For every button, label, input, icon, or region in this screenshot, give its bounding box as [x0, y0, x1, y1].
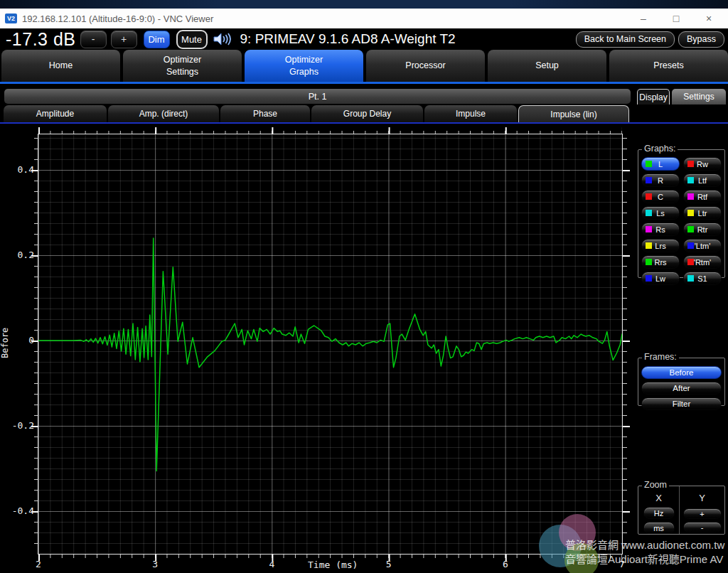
graph-tab-impulse[interactable]: Impulse	[424, 105, 517, 122]
channel-button-rw[interactable]: Rw	[683, 157, 722, 171]
channel-label: C	[658, 193, 663, 201]
channel-button-l[interactable]: L	[641, 157, 680, 171]
tab-label: Setup	[535, 60, 559, 71]
channel-button-rtr[interactable]: Rtr	[683, 223, 722, 236]
zoom-y-plus-button[interactable]: +	[683, 508, 722, 519]
tab-home[interactable]: Home	[1, 50, 120, 82]
graph-tab-amp-direct[interactable]: Amp. (direct)	[108, 105, 219, 122]
measurement-point-bar[interactable]: Pt. 1	[4, 89, 631, 104]
channel-label: Rrs	[654, 258, 666, 267]
volume-up-button[interactable]: +	[111, 31, 137, 48]
graph-tab-impulse-lin[interactable]: Impulse (lin)	[518, 105, 629, 122]
channel-color-swatch	[646, 259, 652, 265]
graph-tab-amplitude[interactable]: Amplitude	[4, 105, 107, 122]
tab-label: Presets	[653, 60, 683, 71]
channel-label: 'Rtm'	[694, 258, 711, 267]
active-preset-title: 9: PRIMEAV 9.1.6 AD8 A-Weight T2	[240, 31, 456, 47]
processor-top-bar: -17.3 dB - + Dim Mute 9: PRIMEAV 9.1.6 A…	[0, 28, 728, 50]
zoom-y-minus-button[interactable]: -	[683, 522, 722, 532]
zoom-x-hz-button[interactable]: Hz	[643, 507, 675, 519]
tab-label: Optimizer Graphs	[285, 54, 323, 77]
channel-color-swatch	[687, 226, 694, 232]
channel-color-swatch	[687, 193, 694, 200]
channel-label: Lrs	[655, 242, 665, 250]
graphs-channel-panel: Graphs: LRwRLtfCRtfLsLtrRsRtrLrs'Ltm'Rrs…	[638, 149, 725, 278]
channel-color-swatch	[646, 275, 652, 282]
tab-processor[interactable]: Processor	[366, 50, 485, 82]
x-axis-title: Time (ms)	[308, 559, 358, 570]
tab-optimizer-graphs[interactable]: Optimizer Graphs	[245, 50, 363, 82]
channel-label: 'Ltm'	[695, 242, 711, 250]
channel-button-r[interactable]: R	[641, 173, 680, 187]
channel-color-swatch	[687, 177, 694, 183]
frames-button-list: BeforeAfterFilter	[638, 358, 724, 414]
channel-button-ltr[interactable]: Ltr	[683, 206, 722, 220]
channel-color-swatch	[646, 242, 652, 249]
impulse-response-trace	[38, 134, 622, 554]
zoom-panel-label: Zoom	[642, 480, 669, 490]
frame-button-before[interactable]: Before	[641, 366, 722, 379]
volume-down-button[interactable]: -	[80, 31, 107, 48]
tab-separator-line	[0, 122, 728, 124]
zoom-x-axis-label: X	[655, 493, 662, 504]
tab-settings[interactable]: Settings	[672, 89, 726, 105]
optimizer-graphs-page: Pt. 1 Display Settings AmplitudeAmp. (di…	[0, 85, 728, 573]
tab-label: Optimizer Settings	[164, 54, 201, 77]
tab-display[interactable]: Display	[637, 89, 670, 105]
channel-label: L	[658, 160, 663, 168]
zoom-x-ms-button[interactable]: ms	[643, 522, 675, 534]
channel-label: Ltr	[698, 209, 707, 218]
channel-label: Rs	[655, 225, 665, 234]
channel-label: Rtf	[697, 193, 707, 201]
minimize-button[interactable]: –	[627, 9, 660, 28]
zoom-y-axis-label: Y	[699, 493, 705, 505]
close-button[interactable]: ×	[692, 9, 725, 28]
y-tick-label: 0.4	[7, 164, 34, 175]
channel-button-lw[interactable]: Lw	[641, 272, 680, 285]
mute-button[interactable]: Mute	[176, 30, 208, 49]
y-axis-frame-label: Before	[0, 311, 11, 375]
vnc-titlebar: V2 192.168.12.101 (Altitude-16-9:0) - VN…	[0, 9, 728, 28]
x-tick-label: 3	[146, 559, 164, 569]
frame-button-filter[interactable]: Filter	[641, 397, 722, 410]
vnc-app-icon: V2	[5, 14, 17, 23]
channel-color-swatch	[646, 161, 652, 167]
channel-color-swatch	[687, 161, 694, 167]
channel-button-rs[interactable]: Rs	[641, 223, 680, 236]
y-tick-label: -0.4	[7, 505, 34, 516]
maximize-button[interactable]: □	[660, 9, 692, 28]
y-axis-right-major-ticks	[623, 134, 630, 554]
channel-button-ltf[interactable]: Ltf	[683, 173, 722, 187]
channel-button-c[interactable]: C	[641, 190, 680, 203]
channel-label: S1	[697, 274, 707, 283]
channel-button-rrs[interactable]: Rrs	[641, 255, 680, 269]
graph-tab-group-delay[interactable]: Group Delay	[311, 105, 423, 122]
x-tick-label: 7	[614, 559, 631, 569]
bypass-button[interactable]: Bypass	[678, 31, 724, 48]
channel-button-rtm[interactable]: 'Rtm'	[683, 255, 722, 269]
channel-color-swatch	[646, 193, 652, 200]
channel-color-swatch	[687, 275, 694, 282]
channel-label: R	[658, 176, 663, 185]
vnc-viewer-window: V2 192.168.12.101 (Altitude-16-9:0) - VN…	[0, 0, 728, 573]
channel-button-rtf[interactable]: Rtf	[683, 190, 722, 203]
window-controls: –□×	[627, 9, 725, 28]
tab-setup[interactable]: Setup	[488, 50, 606, 82]
graph-tab-phase[interactable]: Phase	[220, 105, 310, 122]
dim-button[interactable]: Dim	[144, 31, 170, 48]
channel-color-swatch	[646, 226, 652, 232]
zoom-panel: Zoom X Hzms Y +-	[638, 486, 725, 535]
channel-label: Ltf	[698, 176, 707, 185]
channel-button-s1[interactable]: S1	[683, 272, 722, 285]
channel-color-swatch	[687, 259, 694, 265]
tab-optimizer-settings[interactable]: Optimizer Settings	[123, 50, 242, 82]
channel-button-ltm[interactable]: 'Ltm'	[683, 239, 722, 252]
channel-button-ls[interactable]: Ls	[641, 206, 680, 220]
frame-button-after[interactable]: After	[641, 382, 722, 395]
x-tick-label: 2	[30, 559, 47, 569]
tab-presets[interactable]: Presets	[609, 50, 728, 82]
tab-label: Processor	[405, 60, 445, 71]
tab-label: Home	[49, 60, 73, 71]
channel-button-lrs[interactable]: Lrs	[641, 239, 680, 252]
back-to-main-screen-button[interactable]: Back to Main Screen	[576, 31, 675, 48]
